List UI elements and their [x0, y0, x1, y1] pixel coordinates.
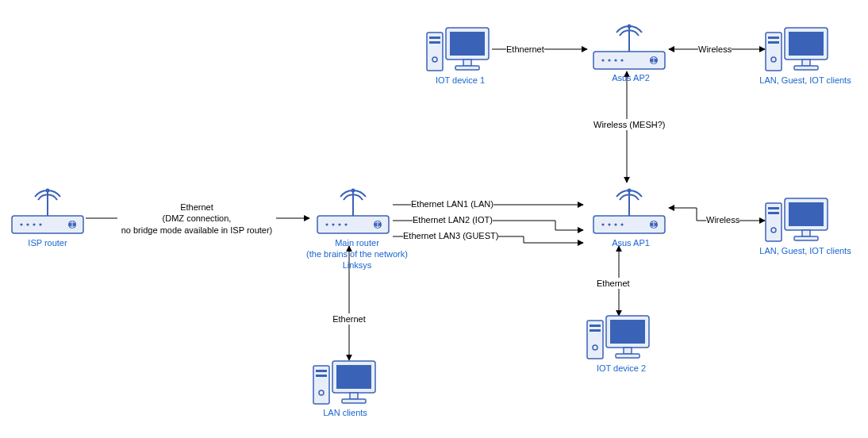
- asus-ap1-icon: [593, 189, 665, 234]
- lan-clients-label: LAN clients: [301, 408, 389, 419]
- lan-clients-icon: [313, 361, 375, 404]
- clients-top-icon: [766, 28, 828, 71]
- edge-lan1: Ethernet LAN1 (LAN): [411, 198, 494, 209]
- iot-device-1-icon: [427, 28, 489, 71]
- asus-ap2-icon: [593, 25, 665, 70]
- main-router-label: Main router (the brains of the network) …: [294, 238, 421, 271]
- asus-ap1-label: Asus AP1: [587, 238, 674, 249]
- edge-isp-main: Ethernet (DMZ connection, no bridge mode…: [117, 202, 276, 236]
- edge-iot1-ap2: Ethnernet: [506, 44, 544, 55]
- edge-lan2: Ethernet LAN2 (IOT): [413, 214, 493, 225]
- clients-mid-label: LAN, Guest, IOT clients: [750, 246, 861, 257]
- edge-ap1-ap2: Wireless (MESH?): [593, 119, 665, 130]
- edge-lan3: Ethernet LAN3 (GUEST): [403, 230, 498, 241]
- iot2-label: IOT device 2: [578, 363, 665, 375]
- iot-device-2-icon: [587, 316, 649, 359]
- iot1-label: IOT device 1: [421, 75, 500, 86]
- main-router-icon: [317, 189, 389, 234]
- edge-ct-ap2: Wireless: [698, 44, 732, 55]
- edge-ap1-iot2: Ethernet: [597, 278, 630, 289]
- edge-main-lan: Ethernet: [313, 313, 385, 325]
- isp-router-icon: [12, 189, 83, 234]
- isp-router-label: ISP router: [0, 238, 95, 249]
- clients-mid-icon: [766, 198, 828, 241]
- asus-ap2-label: Asus AP2: [587, 73, 674, 84]
- edge-cm-ap1: Wireless: [706, 214, 739, 225]
- clients-top-label: LAN, Guest, IOT clients: [750, 75, 861, 86]
